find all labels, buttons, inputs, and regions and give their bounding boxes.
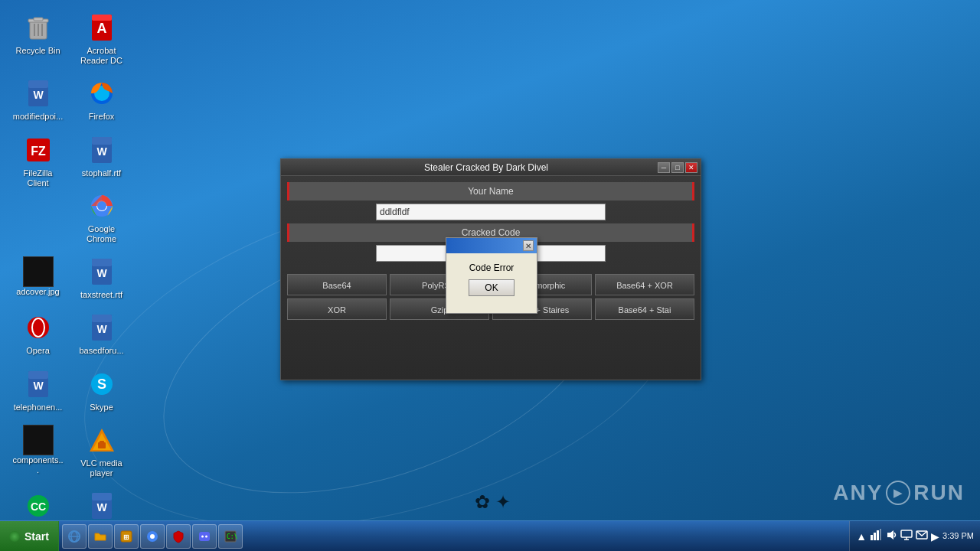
modifiedpoi-label: modifiedpoi... [13, 112, 63, 122]
desktop-icon-components[interactable]: components... [9, 422, 67, 478]
code-error-dialog: ✕ Code Error OK [446, 237, 537, 314]
desktop-icon-adcover[interactable]: adcover.jpg [9, 253, 67, 300]
desktop-icon-stophalf[interactable]: W stophalf.rtf [73, 132, 130, 181]
adcover-icon [23, 256, 54, 287]
dialog-message: Code Error [469, 259, 514, 273]
svg-rect-10 [28, 80, 48, 88]
svg-point-55 [201, 535, 204, 537]
components-icon [23, 425, 54, 455]
svg-text:A: A [96, 21, 106, 36]
desktop-icon-telephonen[interactable]: W telephonen... [9, 366, 67, 416]
desktop-icon-vlc[interactable]: VLC media player [73, 422, 130, 481]
svg-rect-31 [28, 371, 48, 379]
svg-rect-42 [92, 493, 112, 500]
taskbar-shield-icon[interactable] [166, 524, 191, 549]
window-controls: ─ □ ✕ [658, 162, 697, 173]
svg-text:C:\>: C:\> [227, 533, 237, 540]
your-name-header: Your Name [287, 182, 694, 201]
cracked-code-label: Cracked Code [462, 227, 521, 238]
base64-button[interactable]: Base64 [287, 274, 387, 295]
app-window-title: Stealer Cracked By Dark Divel [315, 162, 658, 173]
desktop-icon-area: Recycle Bin A Acrobat Reader DC W modifi… [0, 0, 199, 551]
acrobat-label: Acrobat Reader DC [76, 46, 127, 66]
minimize-button[interactable]: ─ [658, 162, 670, 173]
system-clock: 3:39 PM [942, 530, 974, 541]
tray-volume-icon[interactable] [885, 529, 897, 543]
taskbar-folder-icon[interactable] [88, 524, 113, 549]
svg-rect-62 [880, 529, 881, 540]
tray-arrow-icon[interactable]: ▶ [931, 530, 939, 543]
vlc-icon [87, 425, 117, 455]
opera-icon [23, 312, 54, 343]
chrome-icon [87, 191, 117, 221]
desktop-icon-opera[interactable]: Opera [9, 309, 67, 359]
filezilla-icon: FZ [23, 135, 54, 165]
xor-button[interactable]: XOR [287, 298, 387, 320]
start-label: Start [24, 530, 49, 543]
svg-text:FZ: FZ [31, 145, 46, 158]
svg-text:W: W [96, 323, 107, 335]
taskbar-terminal-icon[interactable]: C:\> [218, 524, 243, 549]
stophalf-label: stophalf.rtf [82, 168, 121, 178]
svg-text:W: W [96, 145, 107, 158]
desktop-icon-acrobat[interactable]: A Acrobat Reader DC [73, 9, 130, 69]
desktop-icon-modifiedpoi[interactable]: W modifiedpoi... [9, 75, 67, 125]
close-button[interactable]: ✕ [685, 162, 697, 173]
start-orb-icon [9, 531, 20, 542]
taxstreet-icon: W [87, 256, 117, 287]
telephonen-icon: W [23, 369, 54, 399]
filezilla-label: FileZilla Client [12, 168, 64, 188]
svg-point-25 [28, 317, 49, 338]
taskbar-tray: ▲ [849, 521, 980, 552]
taskbar-task-icon[interactable]: ⊞ [114, 524, 139, 549]
telephonen-label: telephonen... [14, 403, 63, 412]
dialog-close-button[interactable]: ✕ [523, 240, 534, 251]
dialog-titlebar: ✕ [446, 238, 537, 253]
taskbar: Start ⊞ [0, 520, 980, 551]
desktop-icon-basedforu[interactable]: W basedforu... [73, 309, 130, 359]
taskbar-items: ⊞ C:\> [59, 524, 849, 549]
chrome-label: Google Chrome [76, 224, 127, 244]
acrobat-icon: A [87, 12, 117, 43]
recycle-bin-icon [23, 12, 54, 43]
desktop-icon-firefox[interactable]: Firefox [73, 75, 130, 125]
svg-rect-38 [100, 441, 104, 444]
desktop-icon-filezilla[interactable]: FZ FileZilla Client [9, 132, 67, 191]
desktop-icon-chrome[interactable]: Google Chrome [73, 187, 130, 247]
desktop-icon-skype[interactable]: S Skype [73, 366, 130, 416]
vlc-label: VLC media player [76, 458, 127, 478]
svg-rect-8 [92, 15, 112, 21]
maximize-button[interactable]: □ [671, 162, 684, 173]
name-input[interactable] [376, 204, 606, 220]
firefox-icon [87, 78, 117, 109]
svg-text:⊞: ⊞ [123, 533, 129, 541]
base64-xor-button[interactable]: Base64 + XOR [595, 274, 694, 295]
anyrun-text-any: ANY [833, 481, 883, 505]
svg-text:W: W [33, 380, 44, 392]
svg-rect-23 [92, 259, 112, 266]
svg-rect-64 [901, 530, 912, 537]
svg-rect-60 [874, 533, 876, 540]
svg-text:W: W [33, 89, 44, 101]
desktop-icon-taxstreet[interactable]: W taxstreet.rtf [73, 253, 130, 303]
base64-stai-button[interactable]: Base64 + Stai [595, 298, 694, 320]
tray-message-icon[interactable] [916, 529, 928, 543]
taskbar-discord-icon[interactable] [192, 524, 217, 549]
your-name-label: Your Name [468, 186, 514, 197]
dialog-ok-button[interactable]: OK [469, 279, 514, 296]
svg-text:S: S [96, 377, 106, 392]
svg-point-53 [150, 534, 155, 539]
taskbar-chrome-taskbar-icon[interactable] [140, 524, 165, 549]
detaildeals-icon: W [87, 491, 117, 521]
flower-decoration: ✿ ✦ [475, 491, 511, 513]
tray-expand-icon[interactable]: ▲ [856, 530, 867, 543]
tray-network-icon[interactable] [870, 529, 882, 543]
tray-display-icon[interactable] [900, 529, 913, 543]
clock-time: 3:39 PM [942, 530, 974, 541]
components-label: components... [12, 455, 64, 475]
start-button[interactable]: Start [0, 521, 59, 552]
skype-icon: S [87, 369, 117, 399]
skype-label: Skype [90, 403, 113, 412]
taskbar-ie-icon[interactable] [62, 524, 87, 549]
desktop-icon-recycle-bin[interactable]: Recycle Bin [9, 9, 67, 59]
